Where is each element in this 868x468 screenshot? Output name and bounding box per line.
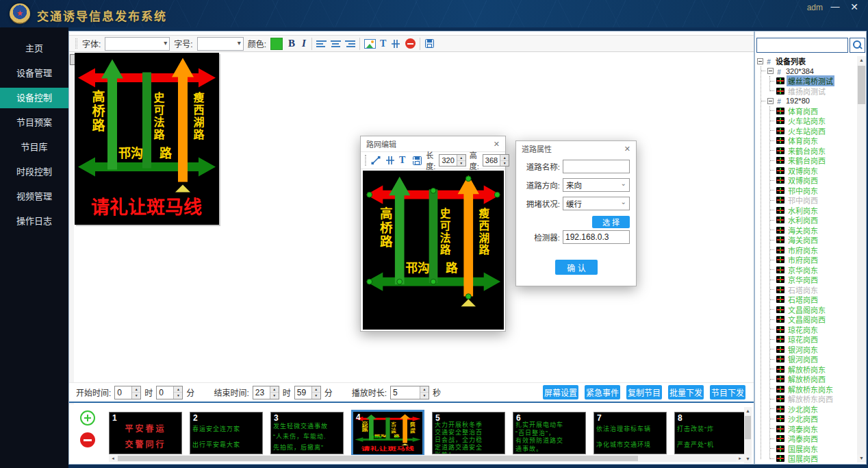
distance-label-b: 20 — [394, 436, 399, 439]
spinner-arrows[interactable] — [457, 155, 465, 166]
start-hour-spinner[interactable]: 0 — [114, 386, 141, 399]
search-button[interactable] — [850, 38, 865, 53]
confirm-button[interactable]: 确 认 — [555, 260, 598, 275]
close-icon[interactable] — [494, 140, 500, 149]
sidebar-item[interactable]: 节目预案 — [0, 112, 68, 133]
image-icon[interactable] — [364, 39, 376, 49]
sidebar-item[interactable]: 视频管理 — [0, 186, 68, 207]
size-select[interactable] — [197, 37, 244, 51]
bold-button[interactable]: B — [287, 38, 296, 49]
tree-group-label[interactable]: 192*80 — [784, 97, 811, 105]
remove-program-button[interactable] — [80, 432, 95, 447]
canvas-scrollbar[interactable] — [69, 53, 74, 409]
program-text: 扎实开展电动车“百日整治”，有效预防道路交通事故。 — [513, 421, 585, 453]
action-button[interactable]: 节目下发 — [710, 385, 745, 399]
program-thumbnail[interactable]: 8打击改装“炸严查严处“机 — [674, 412, 744, 454]
action-button[interactable]: 复制节目 — [626, 385, 662, 399]
sidebar-item[interactable]: 设备管理 — [0, 63, 68, 84]
action-button[interactable]: 屏幕设置 — [543, 385, 578, 399]
minimize-button[interactable] — [828, 1, 842, 14]
detector-input[interactable] — [563, 230, 630, 244]
text-tool-icon[interactable]: T — [380, 38, 386, 49]
minute-unit-label: 分 — [324, 386, 333, 398]
spinner-arrows[interactable] — [270, 386, 279, 399]
tree-expand-icon[interactable] — [767, 98, 774, 104]
direction-select[interactable]: 来向 — [563, 178, 630, 192]
tree-expand-icon[interactable] — [767, 68, 774, 74]
end-minute-spinner[interactable]: 59 — [294, 386, 321, 399]
road-network-icon[interactable] — [390, 38, 401, 49]
program-text: 平安春运交警同行 — [110, 421, 181, 453]
draw-line-icon[interactable] — [370, 155, 381, 166]
program-thumbnail[interactable]: 3发生轻微交通事故“人未伤，车能动.先拍照，后撤离” — [270, 412, 344, 454]
action-button[interactable]: 紧急事件 — [585, 385, 620, 399]
italic-button[interactable]: I — [301, 38, 307, 49]
save-icon[interactable] — [424, 38, 435, 49]
toolbar-grip[interactable] — [365, 155, 366, 166]
dialog-title-bar[interactable]: 道路属性 — [516, 141, 636, 156]
spinner-value: 0 — [157, 386, 173, 399]
road-name-input[interactable] — [563, 160, 630, 173]
sidebar-item[interactable]: 节目库 — [0, 137, 68, 158]
toolbar-separator — [359, 38, 360, 50]
action-button[interactable]: 批量下发 — [668, 385, 704, 399]
duration-spinner[interactable]: 5 — [390, 386, 429, 399]
spinner-arrows[interactable] — [173, 386, 182, 399]
program-thumbnail[interactable]: 7依法治理非标车辆净化城市交通环境 — [593, 412, 667, 454]
road-junction-icon[interactable] — [385, 155, 396, 166]
tree-group-label[interactable]: 320*384 — [784, 67, 815, 75]
spinner-arrows[interactable] — [500, 155, 509, 166]
color-swatch[interactable] — [270, 38, 283, 50]
sidebar-item[interactable]: 操作日志 — [0, 211, 68, 232]
height-spinner[interactable]: 368 — [483, 154, 509, 167]
delete-icon[interactable] — [405, 38, 416, 49]
text-tool-icon[interactable]: T — [399, 155, 405, 166]
program-strip-horizontal-scrollbar[interactable]: ◂▸ — [109, 455, 744, 462]
program-thumbnail[interactable]: 4 高桥路 史可法路 瘦西湖路 邗沟 路 189米 20 请礼让斑马线 — [351, 410, 424, 456]
program-number: 8 — [678, 413, 682, 423]
start-minute-spinner[interactable]: 0 — [156, 386, 183, 399]
program-thumbnail[interactable]: 1平安春运交警同行 — [109, 412, 182, 454]
device-item[interactable]: 国展岗西 — [787, 453, 819, 463]
sidebar-item[interactable]: 设备控制 — [0, 88, 68, 108]
editor-canvas[interactable]: 高桥路 史可法路 瘦西湖路 邗沟 路 189米 20 请礼让斑马线 — [363, 171, 504, 330]
program-thumbnail[interactable]: 5大力开展秋冬季交通安全整治百日会战，全力稳定道路交通安全形势！ — [432, 412, 505, 454]
end-time-label: 结束时间: — [214, 386, 248, 398]
length-spinner[interactable]: 320 — [439, 154, 465, 167]
program-thumbnail[interactable]: 6扎实开展电动车“百日整治”，有效预防道路交通事故。 — [513, 412, 586, 454]
end-hour-spinner[interactable]: 23 — [253, 386, 279, 399]
device-tree-scrollbar[interactable]: ▲▼ — [857, 56, 866, 463]
align-right-icon[interactable] — [345, 39, 355, 49]
spinner-arrows[interactable] — [131, 386, 140, 399]
select-button[interactable]: 选 择 — [592, 216, 630, 228]
sidebar-item[interactable]: 主页 — [0, 38, 68, 59]
device-item[interactable]: 维扬岗测试 — [787, 86, 827, 97]
detector-label: 检测器: — [516, 232, 560, 243]
toolbar-grip[interactable] — [75, 38, 77, 49]
middle-road-bar — [429, 189, 438, 283]
congestion-select[interactable]: 缓行 — [563, 197, 630, 210]
dialog-title: 道路属性 — [522, 143, 552, 154]
road-label-right: 瘦西湖路 — [192, 91, 205, 141]
add-program-button[interactable] — [80, 410, 95, 426]
road-label-bottom-a: 邗沟 — [118, 146, 143, 160]
spinner-value: 368 — [483, 155, 500, 166]
align-left-icon[interactable] — [316, 39, 327, 49]
traffic-device-icon — [776, 346, 784, 353]
font-select[interactable] — [105, 37, 170, 51]
close-button[interactable] — [847, 1, 861, 14]
spinner-arrows[interactable] — [311, 386, 320, 399]
second-unit-label: 秒 — [433, 386, 441, 398]
tree-expand-icon[interactable] — [757, 58, 763, 64]
align-center-icon[interactable] — [331, 39, 341, 49]
sidebar-item[interactable]: 时段控制 — [0, 162, 68, 182]
search-input[interactable] — [756, 38, 848, 53]
program-thumbnail[interactable]: 2春运安全连万家出行平安靠大家 — [190, 412, 263, 454]
traffic-device-icon — [776, 187, 784, 194]
traffic-device-icon — [776, 316, 784, 323]
traffic-device-icon — [776, 395, 784, 402]
program-strip-vertical-scrollbar[interactable]: ▲▼ — [744, 407, 752, 463]
spinner-arrows[interactable] — [420, 386, 429, 399]
hour-unit-label: 时 — [144, 386, 153, 398]
close-icon[interactable] — [624, 145, 630, 153]
